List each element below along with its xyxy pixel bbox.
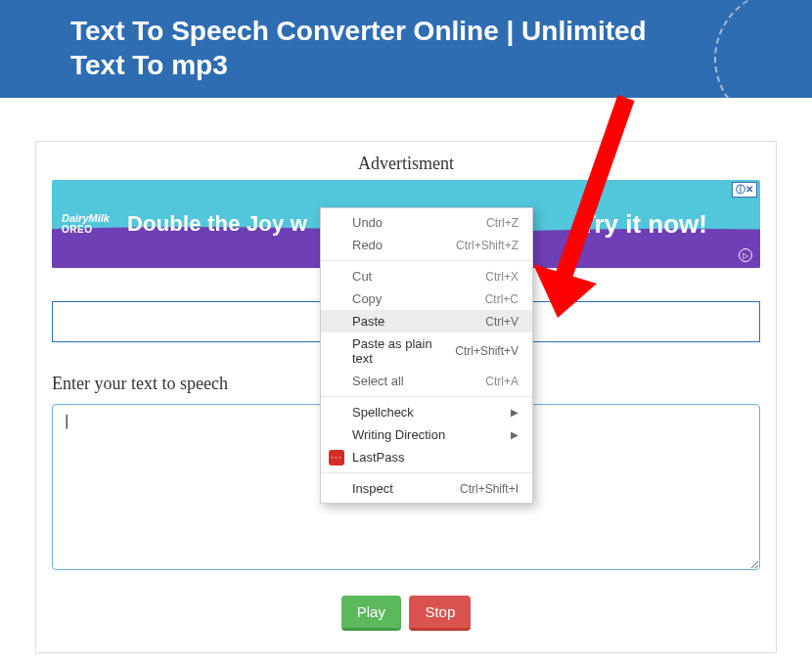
context-menu-item-label: LastPass bbox=[352, 450, 404, 465]
context-menu-shortcut: Ctrl+Shift+I bbox=[460, 482, 519, 496]
ad-slogan-left: Double the Joy w bbox=[127, 211, 307, 237]
ad-choices-icon[interactable]: ▷ bbox=[739, 248, 752, 262]
context-menu-shortcut: Ctrl+A bbox=[485, 375, 519, 388]
ad-brand-line1: DairyMilk bbox=[62, 212, 110, 224]
context-menu-item-label: Select all bbox=[352, 374, 404, 388]
ad-slogan-right: Try it now! bbox=[580, 209, 707, 240]
context-menu-item-label: Undo bbox=[352, 215, 383, 230]
context-menu-shortcut: Ctrl+V bbox=[485, 315, 519, 329]
context-menu-item-label: Copy bbox=[352, 291, 382, 306]
ad-label: Advertisment bbox=[52, 154, 760, 174]
context-menu-separator bbox=[321, 396, 532, 397]
context-menu-item-label: Cut bbox=[352, 269, 372, 284]
context-menu-separator bbox=[321, 472, 532, 473]
context-menu: UndoCtrl+ZRedoCtrl+Shift+ZCutCtrl+XCopyC… bbox=[320, 207, 533, 504]
ad-brand-line2: OREO bbox=[62, 224, 110, 236]
context-menu-item-label: Redo bbox=[352, 238, 383, 252]
context-menu-shortcut: Ctrl+Shift+V bbox=[455, 344, 519, 358]
context-menu-item-copy: CopyCtrl+C bbox=[321, 288, 532, 310]
context-menu-item-paste[interactable]: PasteCtrl+V bbox=[321, 310, 532, 332]
context-menu-item-spellcheck[interactable]: Spellcheck▶ bbox=[321, 401, 532, 423]
submenu-arrow-icon: ▶ bbox=[511, 429, 519, 440]
context-menu-item-paste-as-plain-text[interactable]: Paste as plain textCtrl+Shift+V bbox=[321, 332, 532, 370]
context-menu-shortcut: Ctrl+Shift+Z bbox=[456, 239, 519, 252]
context-menu-item-cut: CutCtrl+X bbox=[321, 265, 532, 288]
context-menu-item-writing-direction[interactable]: Writing Direction▶ bbox=[321, 423, 532, 446]
context-menu-item-lastpass[interactable]: ···LastPass bbox=[321, 446, 532, 468]
context-menu-item-label: Paste bbox=[352, 314, 384, 329]
header-bar: Text To Speech Converter Online | Unlimi… bbox=[0, 0, 812, 98]
stop-button[interactable]: Stop bbox=[409, 596, 471, 631]
page-title: Text To Speech Converter Online | Unlimi… bbox=[70, 14, 706, 82]
context-menu-item-redo: RedoCtrl+Shift+Z bbox=[321, 234, 532, 256]
ad-close-button[interactable]: ⓘ✕ bbox=[732, 182, 757, 198]
context-menu-separator bbox=[321, 260, 532, 261]
context-menu-item-inspect[interactable]: InspectCtrl+Shift+I bbox=[321, 477, 532, 500]
context-menu-shortcut: Ctrl+X bbox=[485, 270, 519, 284]
context-menu-item-label: Writing Direction bbox=[352, 427, 445, 442]
context-menu-item-undo: UndoCtrl+Z bbox=[321, 211, 532, 234]
context-menu-item-select-all: Select allCtrl+A bbox=[321, 370, 532, 392]
ad-brand-badge: DairyMilk OREO bbox=[62, 212, 110, 236]
context-menu-shortcut: Ctrl+Z bbox=[486, 216, 519, 230]
button-row: Play Stop bbox=[52, 596, 760, 631]
submenu-arrow-icon: ▶ bbox=[511, 407, 519, 418]
lastpass-icon: ··· bbox=[329, 450, 344, 466]
play-button[interactable]: Play bbox=[341, 596, 401, 631]
context-menu-item-label: Paste as plain text bbox=[352, 336, 455, 366]
context-menu-item-label: Spellcheck bbox=[352, 405, 414, 420]
context-menu-item-label: Inspect bbox=[352, 481, 393, 496]
context-menu-shortcut: Ctrl+C bbox=[485, 292, 519, 306]
